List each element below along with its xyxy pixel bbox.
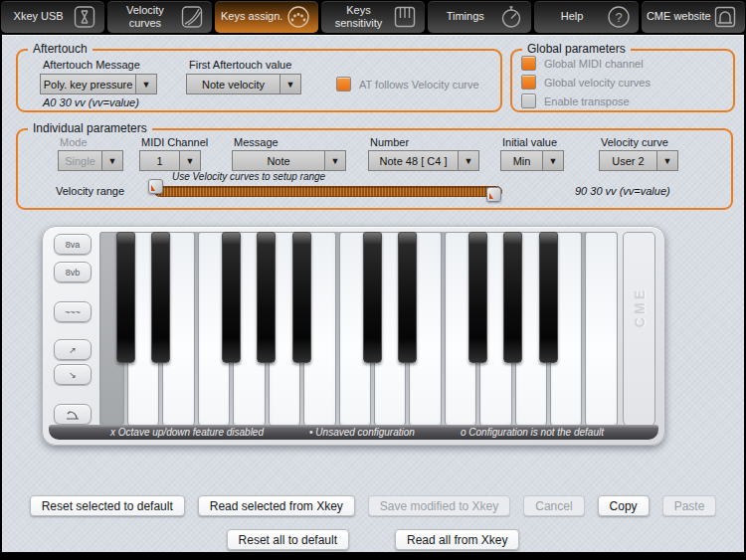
black-key[interactable] bbox=[539, 232, 558, 363]
black-key[interactable] bbox=[292, 232, 311, 363]
tab-label: Velocity curves bbox=[107, 4, 178, 30]
enable-transpose-checkbox[interactable] bbox=[521, 93, 536, 108]
black-key[interactable] bbox=[151, 232, 170, 363]
first-aftertouch-value-dropdown[interactable]: Note velocity ▼ bbox=[186, 74, 301, 94]
svg-text:?: ? bbox=[615, 10, 622, 25]
chevron-down-icon: ▼ bbox=[101, 151, 122, 170]
tab-keys-sensitivity[interactable]: Keys sensitivity bbox=[321, 1, 425, 33]
octave-down-label: 8vb bbox=[66, 268, 81, 278]
aftertouch-message-dropdown[interactable]: Poly. key pressure ▼ bbox=[40, 74, 157, 94]
xkey-keyboard: 8va 8vb ~~~ ↗ ↘ CME x Octave up/down fea… bbox=[42, 226, 665, 446]
velocity-range-note: 90 30 vv (vv=value) bbox=[575, 185, 670, 197]
pitch-bend-up-button[interactable]: ↗ bbox=[54, 339, 92, 360]
tab-velocity-curves[interactable]: Velocity curves bbox=[107, 1, 211, 33]
at-follows-velocity-curve-row: AT follows Velocity curve bbox=[336, 77, 479, 92]
chevron-down-icon: ▼ bbox=[280, 75, 300, 93]
dropdown-value: Note 48 [ C4 ] bbox=[369, 151, 458, 170]
reset-selected-button[interactable]: Reset selected to default bbox=[30, 495, 185, 516]
tab-help[interactable]: Help ? bbox=[534, 1, 638, 33]
white-key[interactable] bbox=[585, 232, 617, 428]
midi-channel-dropdown[interactable]: 1 ▼ bbox=[139, 150, 201, 171]
tab-label: Xkey USB bbox=[1, 10, 72, 23]
initial-value-label: Initial value bbox=[502, 136, 557, 148]
tab-label: CME website bbox=[642, 10, 712, 23]
tab-xkey-usb[interactable]: Xkey USB bbox=[1, 1, 104, 33]
cancel-button: Cancel bbox=[523, 495, 584, 516]
xkey-usb-icon bbox=[72, 4, 97, 30]
dropdown-value: User 2 bbox=[600, 151, 656, 170]
status-unsaved: • Unsaved configuration bbox=[309, 427, 415, 438]
tab-cme-website[interactable]: CME website bbox=[642, 1, 745, 33]
black-key[interactable] bbox=[222, 232, 241, 363]
black-key[interactable] bbox=[468, 232, 487, 363]
octave-up-label: 8va bbox=[66, 240, 81, 250]
velocity-range-min-handle[interactable] bbox=[148, 179, 163, 194]
global-parameters-section: Global parameters Global MIDI channel Gl… bbox=[510, 49, 735, 112]
velocity-curve-label: Velocity curve bbox=[601, 136, 668, 148]
pitch-bend-down-button[interactable]: ↘ bbox=[54, 364, 92, 385]
tab-label: Timings bbox=[428, 10, 498, 23]
black-key[interactable] bbox=[503, 232, 522, 363]
message-dropdown[interactable]: Note ▼ bbox=[232, 150, 346, 171]
number-label: Number bbox=[370, 136, 409, 148]
sustain-pedal-icon bbox=[65, 409, 81, 421]
status-default: o Configuration is not the default bbox=[461, 427, 604, 438]
octave-up-button[interactable]: 8va bbox=[54, 234, 92, 255]
tab-label: Help bbox=[534, 10, 605, 23]
at-follows-velocity-curve-checkbox[interactable] bbox=[336, 77, 351, 92]
message-label: Message bbox=[234, 136, 279, 148]
velocity-range-track[interactable] bbox=[154, 186, 502, 197]
toolbar: Xkey USB Velocity curves Keys assign. Ke… bbox=[0, 0, 746, 33]
slider-note: Use Velocity curves to setup range bbox=[172, 171, 325, 182]
number-dropdown[interactable]: Note 48 [ C4 ] ▼ bbox=[368, 150, 479, 171]
copy-button[interactable]: Copy bbox=[598, 495, 650, 516]
reset-all-button[interactable]: Reset all to default bbox=[227, 529, 349, 550]
website-icon bbox=[712, 4, 738, 30]
brand-panel: CME bbox=[623, 232, 655, 428]
checkbox-label: Global velocity curves bbox=[544, 77, 651, 89]
chevron-down-icon: ▼ bbox=[135, 75, 156, 93]
bend-up-arrow-icon: ↗ bbox=[69, 345, 77, 355]
black-key[interactable] bbox=[257, 232, 276, 363]
keyboard-status-bar: x Octave up/down feature disabled • Unsa… bbox=[49, 425, 658, 440]
velocity-range-max-handle[interactable] bbox=[486, 187, 501, 202]
first-aftertouch-value-label: First Aftertouch value bbox=[189, 59, 291, 71]
paste-button: Paste bbox=[662, 495, 717, 516]
mode-dropdown: Single ▼ bbox=[58, 150, 123, 171]
modulation-button[interactable]: ~~~ bbox=[54, 301, 92, 322]
read-selected-button[interactable]: Read selected from Xkey bbox=[198, 495, 355, 516]
individual-parameters-section: Individual parameters Mode Single ▼ MIDI… bbox=[16, 128, 733, 210]
chevron-down-icon: ▼ bbox=[656, 151, 677, 170]
dropdown-value: Note velocity bbox=[187, 75, 280, 93]
aftertouch-legend: Aftertouch bbox=[28, 42, 93, 56]
aftertouch-message-label: Aftertouch Message bbox=[43, 59, 140, 71]
octave-down-button[interactable]: 8vb bbox=[54, 262, 92, 282]
black-key[interactable] bbox=[116, 232, 135, 363]
global-velocity-curves-checkbox[interactable] bbox=[521, 75, 536, 90]
actions-row-2: Reset all to default Read all from Xkey bbox=[2, 529, 744, 550]
status-octave: x Octave up/down feature disabled bbox=[110, 427, 264, 438]
black-key[interactable] bbox=[398, 232, 417, 363]
velocity-curve-dropdown[interactable]: User 2 ▼ bbox=[599, 150, 678, 171]
dropdown-value: 1 bbox=[140, 151, 179, 170]
sustain-pedal-button[interactable] bbox=[54, 404, 92, 425]
global-midi-channel-checkbox[interactable] bbox=[521, 56, 536, 71]
dropdown-value: Single bbox=[59, 151, 101, 170]
initial-value-dropdown[interactable]: Min ▼ bbox=[500, 150, 564, 171]
tab-timings[interactable]: Timings bbox=[428, 1, 531, 33]
piano-keys-icon bbox=[392, 4, 418, 30]
midi-din-icon bbox=[285, 4, 311, 30]
tab-label: Keys sensitivity bbox=[321, 4, 392, 30]
modulation-wave-icon: ~~~ bbox=[65, 307, 81, 317]
tab-keys-assign[interactable]: Keys assign. bbox=[215, 1, 318, 33]
actions-row-1: Reset selected to default Read selected … bbox=[2, 495, 744, 516]
black-key[interactable] bbox=[363, 232, 382, 363]
dropdown-value: Note bbox=[233, 151, 324, 170]
checkbox-label: Global MIDI channel bbox=[544, 58, 644, 70]
read-all-button[interactable]: Read all from Xkey bbox=[395, 529, 519, 550]
midi-channel-label: MIDI Channel bbox=[141, 136, 208, 148]
cme-logo: CME bbox=[632, 287, 648, 327]
global-parameters-legend: Global parameters bbox=[522, 42, 631, 56]
xkey-plus-app: Xkey USB Velocity curves Keys assign. Ke… bbox=[0, 0, 746, 560]
global-velocity-curves-row: Global velocity curves bbox=[521, 75, 651, 90]
